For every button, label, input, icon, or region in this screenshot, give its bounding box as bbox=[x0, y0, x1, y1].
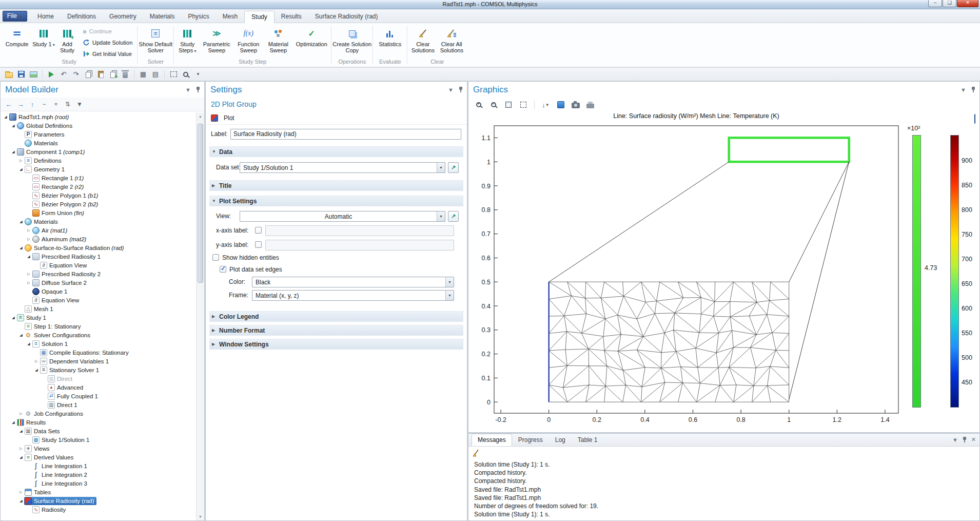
zoom-out-button[interactable]: − bbox=[487, 99, 499, 110]
panel-menu-icon[interactable]: ▼ bbox=[185, 87, 191, 93]
tree-node-views[interactable]: ▷Views bbox=[1, 444, 196, 453]
tree-node-line-integration-2[interactable]: Line Integration 2 bbox=[1, 470, 196, 479]
expand-arrow-icon[interactable]: ▷ bbox=[18, 447, 24, 451]
section-plot-settings[interactable]: ▼ Plot Settings bbox=[209, 196, 463, 206]
tree-node-dependent-variables-1[interactable]: ▷Dependent Variables 1 bbox=[1, 357, 196, 365]
collapse-all-button[interactable]: − bbox=[38, 99, 50, 110]
collapse-arrow-icon[interactable]: ◢ bbox=[3, 115, 9, 119]
messages-tab-progress[interactable]: Progress bbox=[512, 434, 549, 446]
redo-button[interactable]: ↷ bbox=[70, 69, 82, 80]
expand-arrow-icon[interactable]: ▷ bbox=[33, 359, 40, 363]
collapse-arrow-icon[interactable]: ◢ bbox=[10, 420, 16, 424]
pin-icon[interactable] bbox=[962, 436, 967, 443]
go-to-view-button[interactable]: ↗ bbox=[448, 211, 459, 222]
forward-button[interactable]: → bbox=[15, 99, 26, 110]
panel-menu-icon[interactable]: ▼ bbox=[961, 87, 966, 93]
toolbar-options-button[interactable]: ▼ bbox=[192, 69, 204, 80]
study-steps-button[interactable]: Study Steps bbox=[175, 25, 200, 54]
tree-node-form-union[interactable]: Form Union(fin) bbox=[1, 208, 196, 217]
run-button[interactable] bbox=[46, 69, 57, 80]
tree-node-surface-to-surface-radiation[interactable]: ◢Surface-to-Surface Radiation(rad) bbox=[1, 243, 196, 252]
tree-node-equation-view[interactable]: Equation View bbox=[1, 261, 196, 269]
tree-node-aluminum[interactable]: ▷Aluminum(mat2) bbox=[1, 235, 196, 243]
material-sweep-button[interactable]: Material Sweep bbox=[263, 25, 293, 53]
select-box-button[interactable] bbox=[168, 69, 179, 80]
tree-node-materials[interactable]: ◢Materials bbox=[1, 217, 196, 226]
print-button[interactable] bbox=[584, 99, 596, 110]
minimize-button[interactable]: – bbox=[928, 0, 942, 7]
collapse-arrow-icon[interactable]: ◢ bbox=[10, 124, 16, 128]
collapse-arrow-icon[interactable]: ◢ bbox=[33, 368, 40, 372]
grid-view-button[interactable]: ▦ bbox=[138, 69, 149, 80]
ribbon-tab-results[interactable]: Results bbox=[275, 11, 308, 23]
function-sweep-button[interactable]: f(x) Function Sweep bbox=[233, 25, 263, 53]
collapse-arrow-icon[interactable]: ◢ bbox=[18, 429, 24, 433]
close-icon[interactable]: ✕ bbox=[971, 436, 976, 443]
panel-menu-icon[interactable]: ▼ bbox=[952, 437, 958, 443]
tree-node-component-1[interactable]: ◢Component 1(comp1) bbox=[1, 147, 196, 156]
statistics-button[interactable]: Statistics bbox=[374, 25, 406, 47]
model-tree-options-button[interactable]: ▼ bbox=[74, 99, 85, 110]
collapse-arrow-icon[interactable]: ◢ bbox=[18, 220, 24, 224]
tree-node-rectangle-2[interactable]: Rectangle 2(r2) bbox=[1, 182, 196, 191]
collapse-arrow-icon[interactable]: ◢ bbox=[26, 342, 32, 346]
model-tree-scrollbar[interactable]: ▲ ▼ bbox=[196, 112, 204, 520]
tree-node-solver-configurations[interactable]: ◢Solver Configurations bbox=[1, 331, 196, 339]
tree-node-prescribed-radiosity-2[interactable]: ▷Prescribed Radiosity 2 bbox=[1, 269, 196, 278]
expand-arrow-icon[interactable]: ▷ bbox=[26, 281, 32, 285]
tree-node-line-integration-1[interactable]: Line Integration 1 bbox=[1, 461, 196, 470]
save-button[interactable] bbox=[15, 69, 27, 80]
tree-node-study-1[interactable]: ◢Study 1 bbox=[1, 313, 196, 322]
tree-node-advanced[interactable]: Advanced bbox=[1, 383, 196, 392]
collapse-arrow-icon[interactable]: ◢ bbox=[26, 255, 32, 259]
tree-node-solution-1[interactable]: ◢Solution 1 bbox=[1, 339, 196, 348]
collapse-arrow-icon[interactable]: ◢ bbox=[18, 455, 24, 459]
label-input[interactable]: Surface Radiosity (rad) bbox=[230, 129, 461, 140]
table-view-button[interactable]: ▤ bbox=[150, 69, 161, 80]
plot-canvas[interactable]: -0.200.20.40.60.811.21.400.10.20.30.40.5… bbox=[468, 123, 980, 433]
collapse-arrow-icon[interactable]: ◢ bbox=[10, 316, 16, 320]
tree-node-surface-radiosity-rad[interactable]: ◢Surface Radiosity (rad) bbox=[1, 496, 196, 505]
update-solution-button[interactable]: Update Solution bbox=[83, 38, 132, 46]
go-to-source-button[interactable]: ↗ bbox=[448, 162, 459, 173]
file-menu-button[interactable]: File ▼ bbox=[3, 11, 27, 22]
color-dropdown[interactable]: Black ▼ bbox=[252, 277, 454, 287]
create-solution-copy-button[interactable]: Create Solution Copy bbox=[332, 25, 371, 53]
ribbon-tab-geometry[interactable]: Geometry bbox=[103, 11, 143, 23]
ribbon-tab-surface-radiosity-rad[interactable]: Surface Radiosity (rad) bbox=[308, 11, 385, 23]
clear-solutions-button[interactable]: Clear Solutions bbox=[408, 25, 437, 53]
tree-node-stationary-solver-1[interactable]: ◢Stationary Solver 1 bbox=[1, 365, 196, 374]
go-to-parent-button[interactable]: ↑ bbox=[27, 99, 38, 110]
tree-node-tables[interactable]: ▷Tables bbox=[1, 488, 196, 496]
tree-node-definitions[interactable]: ▷Definitions bbox=[1, 156, 196, 165]
messages-tab-messages[interactable]: Messages bbox=[472, 434, 512, 446]
clear-all-solutions-button[interactable]: Clear All Solutions bbox=[437, 25, 466, 53]
get-initial-value-button[interactable]: Get Initial Value bbox=[83, 50, 132, 57]
tree-node-compile-equations-stationary[interactable]: Compile Equations: Stationary bbox=[1, 348, 196, 357]
messages-tab-table-1[interactable]: Table 1 bbox=[572, 434, 604, 446]
export-image-button[interactable] bbox=[28, 69, 39, 80]
tree-node-results[interactable]: ◢Results bbox=[1, 418, 196, 427]
expand-arrow-icon[interactable]: ▷ bbox=[26, 237, 32, 241]
pin-icon[interactable] bbox=[971, 86, 976, 93]
scroll-down-icon[interactable]: ▼ bbox=[197, 513, 204, 520]
tree-node-prescribed-radiosity-1[interactable]: ◢Prescribed Radiosity 1 bbox=[1, 252, 196, 261]
tree-node-global-definitions[interactable]: ◢Global Definitions bbox=[1, 121, 196, 130]
tree-node-b-zier-polygon-2[interactable]: Bézier Polygon 2(b2) bbox=[1, 200, 196, 208]
zoom-extents-button[interactable] bbox=[502, 99, 514, 110]
tree-node-equation-view[interactable]: Equation View bbox=[1, 296, 196, 304]
show-default-solver-button[interactable]: = Show Default Solver bbox=[139, 25, 172, 53]
section-data[interactable]: ▼ Data bbox=[209, 146, 463, 157]
collapse-arrow-icon[interactable]: ◢ bbox=[18, 333, 24, 337]
compute-button[interactable]: = Compute bbox=[2, 25, 32, 47]
expand-arrow-icon[interactable]: ▷ bbox=[26, 228, 32, 233]
tree-node-derived-values[interactable]: ◢Derived Values bbox=[1, 453, 196, 461]
tree-node-opaque-1[interactable]: Opaque 1 bbox=[1, 287, 196, 296]
section-title[interactable]: ▶ Title bbox=[209, 180, 463, 191]
tree-node-job-configurations[interactable]: ▷Job Configurations bbox=[1, 409, 196, 418]
expand-all-button[interactable]: + bbox=[50, 99, 62, 110]
sort-button[interactable]: ⇅ bbox=[62, 99, 73, 110]
expand-arrow-icon[interactable]: ▷ bbox=[18, 412, 24, 416]
data-set-dropdown[interactable]: Study 1/Solution 1 ▼ bbox=[240, 162, 445, 173]
zoom-tools-button[interactable] bbox=[180, 69, 191, 80]
